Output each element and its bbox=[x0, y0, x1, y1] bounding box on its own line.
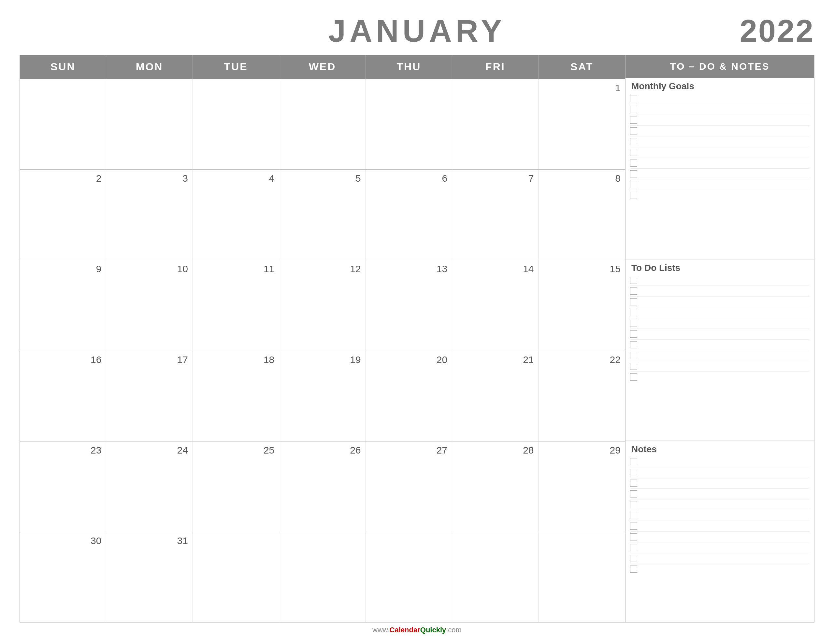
checkbox-box[interactable] bbox=[630, 309, 637, 316]
cell-date-number: 8 bbox=[543, 173, 621, 184]
checkbox-line bbox=[640, 569, 810, 570]
checkbox-line bbox=[640, 163, 810, 163]
checkbox-row bbox=[630, 361, 810, 372]
footer-brand-red: Calendar bbox=[390, 626, 420, 634]
calendar-cell: 6 bbox=[366, 169, 452, 260]
calendar-cell: 1 bbox=[539, 79, 625, 169]
checkbox-line bbox=[640, 558, 810, 559]
checkbox-box[interactable] bbox=[630, 555, 637, 562]
checkbox-line bbox=[640, 323, 810, 323]
checkbox-line bbox=[640, 505, 810, 505]
checkbox-box[interactable] bbox=[630, 565, 637, 573]
day-header-mon: MON bbox=[106, 55, 192, 79]
checkbox-row bbox=[630, 104, 810, 115]
main-layout: SUNMONTUEWEDTHUFRISAT 123456789101112131… bbox=[19, 55, 815, 623]
checkbox-box[interactable] bbox=[630, 512, 637, 519]
checkbox-list bbox=[626, 93, 814, 259]
checkbox-box[interactable] bbox=[630, 170, 637, 178]
checkbox-row bbox=[630, 179, 810, 190]
checkbox-line bbox=[640, 462, 810, 462]
cell-date-number: 26 bbox=[284, 445, 360, 456]
checkbox-box[interactable] bbox=[630, 341, 637, 349]
calendar-cell: 16 bbox=[20, 351, 106, 441]
cell-date-number: 16 bbox=[24, 354, 101, 365]
calendar-cell: 14 bbox=[452, 260, 538, 350]
calendar-cell: 23 bbox=[20, 442, 106, 532]
checkbox-box[interactable] bbox=[630, 181, 637, 188]
checkbox-box[interactable] bbox=[630, 544, 637, 551]
cell-date-number: 20 bbox=[370, 354, 447, 365]
calendar-cell: 18 bbox=[193, 351, 279, 441]
checkbox-row bbox=[630, 489, 810, 499]
checkbox-box[interactable] bbox=[630, 523, 637, 530]
cell-date-number: 13 bbox=[370, 263, 447, 274]
cell-date-number: 31 bbox=[111, 535, 187, 546]
calendar-week-4: 16171819202122 bbox=[20, 351, 625, 441]
calendar-cell: 21 bbox=[452, 351, 538, 441]
sidebar-content: Monthly GoalsTo Do ListsNotes bbox=[626, 78, 814, 622]
calendar-week-1: 1 bbox=[20, 79, 625, 169]
day-header-tue: TUE bbox=[193, 55, 279, 79]
sidebar-section-title: To Do Lists bbox=[626, 260, 814, 274]
checkbox-box[interactable] bbox=[630, 106, 637, 113]
cell-date-number: 19 bbox=[284, 354, 360, 365]
checkbox-box[interactable] bbox=[630, 490, 637, 497]
checkbox-row bbox=[630, 542, 810, 553]
calendar-cell: 29 bbox=[539, 442, 625, 532]
calendar-cell: 13 bbox=[366, 260, 452, 350]
calendar-cell: 17 bbox=[106, 351, 192, 441]
calendar-cell: 22 bbox=[539, 351, 625, 441]
checkbox-box[interactable] bbox=[630, 287, 637, 295]
checkbox-box[interactable] bbox=[630, 277, 637, 284]
day-header-fri: FRI bbox=[452, 55, 538, 79]
checkbox-box[interactable] bbox=[630, 458, 637, 465]
sidebar-header: TO – DO & NOTES bbox=[626, 55, 814, 78]
checkbox-box[interactable] bbox=[630, 116, 637, 124]
sidebar-block-2: Notes bbox=[626, 441, 814, 622]
checkbox-box[interactable] bbox=[630, 95, 637, 102]
cell-date-number: 9 bbox=[24, 263, 101, 274]
checkbox-box[interactable] bbox=[630, 363, 637, 370]
checkbox-box[interactable] bbox=[630, 160, 637, 167]
checkbox-box[interactable] bbox=[630, 469, 637, 476]
checkbox-box[interactable] bbox=[630, 192, 637, 199]
cell-date-number: 17 bbox=[111, 354, 187, 365]
calendar-cell: 20 bbox=[366, 351, 452, 441]
checkbox-line bbox=[640, 142, 810, 142]
calendar-cell bbox=[366, 79, 452, 169]
checkbox-box[interactable] bbox=[630, 127, 637, 134]
calendar-section: SUNMONTUEWEDTHUFRISAT 123456789101112131… bbox=[19, 55, 626, 623]
checkbox-list bbox=[626, 274, 814, 441]
checkbox-line bbox=[640, 152, 810, 153]
calendar-cell: 25 bbox=[193, 442, 279, 532]
day-header-sat: SAT bbox=[539, 55, 625, 79]
checkbox-line bbox=[640, 195, 810, 196]
checkbox-row bbox=[630, 329, 810, 340]
calendar-cell: 3 bbox=[106, 169, 192, 260]
checkbox-box[interactable] bbox=[630, 373, 637, 381]
calendar-cell: 2 bbox=[20, 169, 106, 260]
sidebar-block-1: To Do Lists bbox=[626, 260, 814, 441]
checkbox-box[interactable] bbox=[630, 352, 637, 359]
checkbox-box[interactable] bbox=[630, 149, 637, 156]
checkbox-row bbox=[630, 532, 810, 542]
checkbox-row bbox=[630, 158, 810, 169]
checkbox-box[interactable] bbox=[630, 138, 637, 145]
checkbox-row bbox=[630, 510, 810, 521]
cell-date-number: 28 bbox=[457, 445, 533, 456]
cell-date-number: 29 bbox=[543, 445, 621, 456]
checkbox-box[interactable] bbox=[630, 501, 637, 508]
checkbox-box[interactable] bbox=[630, 331, 637, 337]
calendar-grid: 1234567891011121314151617181920212223242… bbox=[20, 79, 625, 622]
cell-date-number: 23 bbox=[24, 445, 101, 456]
checkbox-line bbox=[640, 280, 810, 280]
checkbox-box[interactable] bbox=[630, 298, 637, 305]
cell-date-number: 27 bbox=[370, 445, 447, 456]
calendar-week-2: 2345678 bbox=[20, 169, 625, 260]
year-title: 2022 bbox=[626, 13, 815, 49]
checkbox-row bbox=[630, 318, 810, 329]
calendar-cell: 5 bbox=[279, 169, 365, 260]
checkbox-box[interactable] bbox=[630, 533, 637, 541]
checkbox-box[interactable] bbox=[630, 479, 637, 487]
checkbox-box[interactable] bbox=[630, 320, 637, 327]
